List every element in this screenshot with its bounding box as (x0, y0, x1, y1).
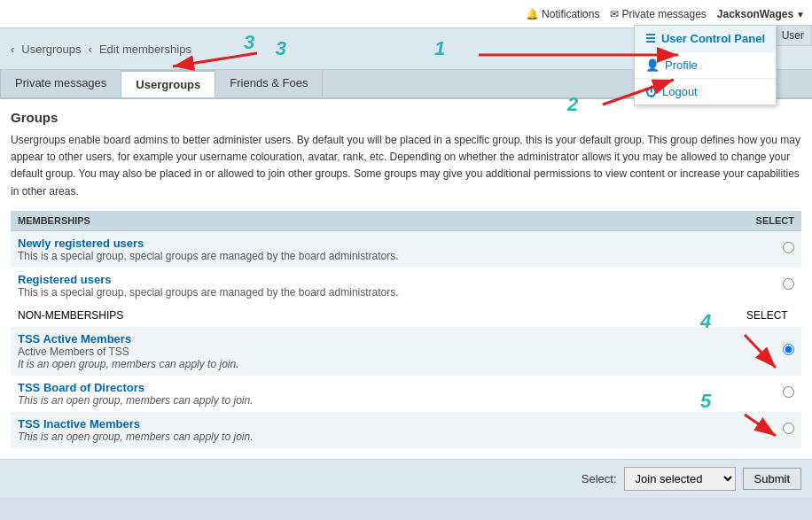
non-membership-row-3: TSS Inactive Members This is an open gro… (11, 412, 801, 448)
logout-link[interactable]: ⏻ Logout (635, 79, 776, 105)
private-messages-link[interactable]: Private messages (610, 8, 706, 20)
profile-label: Profile (665, 58, 698, 72)
memberships-col-header: MEMBERSHIPS (11, 211, 739, 231)
private-messages-label: Private messages (621, 8, 706, 20)
tab-ug-label: Usergroups (136, 78, 200, 91)
usergroups-breadcrumb-label: Usergroups (21, 43, 81, 56)
logout-label: Logout (662, 85, 698, 98)
group-name-link-1[interactable]: Newly registered users (18, 237, 144, 250)
membership-row-1: Newly registered users This is a special… (11, 230, 801, 268)
username-button[interactable]: JacksonWages (717, 8, 805, 20)
main-content: Groups Usergroups enable board admins to… (0, 99, 812, 459)
ucp-label: User Control Panel (661, 32, 765, 45)
non-memberships-col-header: NON-MEMBERSHIPS (11, 304, 739, 327)
group-desc-3b: It is an open group, members can apply t… (18, 358, 238, 370)
non-membership-radio-3 (739, 412, 801, 448)
radio-non-membership-2[interactable] (783, 386, 794, 398)
group-desc-4: This is an open group, members can apply… (18, 394, 253, 407)
tab-ff-label: Friends & Foes (230, 76, 308, 89)
mail-icon (610, 8, 619, 20)
usergroups-breadcrumb-link[interactable]: Usergroups (18, 43, 84, 56)
non-membership-row-2: TSS Board of Directors This is an open g… (11, 376, 801, 412)
non-membership-radio-2 (739, 376, 801, 412)
group-desc-3a: Active Members of TSS (18, 345, 129, 358)
membership-row-2: Registered users This is a special group… (11, 268, 801, 304)
select-col-header: SELECT (739, 211, 801, 231)
section-description: Usergroups enable board admins to better… (11, 132, 801, 200)
edit-breadcrumb-label: Edit memberships (99, 43, 191, 56)
notifications-label: Notifications (542, 8, 599, 20)
tab-pm-label: Private messages (15, 76, 106, 89)
page-wrapper: Notifications Private messages JacksonWa… (0, 0, 812, 498)
breadcrumb-separator2: ‹ (89, 43, 92, 56)
username-text: JacksonWages (717, 8, 793, 20)
group-desc-2: This is a special group, special groups … (18, 286, 399, 299)
profile-icon: 👤 (645, 58, 660, 72)
ucp-link[interactable]: ☰ User Control Panel (635, 26, 776, 52)
radio-non-membership-1[interactable] (783, 344, 794, 355)
breadcrumb-separator1: ‹ (11, 43, 14, 56)
ucp-icon: ☰ (645, 32, 656, 45)
user-tab: User (774, 25, 812, 46)
submit-button[interactable]: Submit (743, 468, 801, 490)
non-membership-row-1: TSS Active Members Active Members of TSS… (11, 327, 801, 376)
non-membership-cell-3: TSS Inactive Members This is an open gro… (11, 412, 739, 448)
radio-membership-2[interactable] (783, 278, 794, 290)
select-label: Select: (582, 472, 617, 485)
memberships-table: MEMBERSHIPS SELECT Newly registered user… (11, 211, 801, 448)
user-dropdown: ☰ User Control Panel 👤 Profile ⏻ Logout (634, 25, 777, 105)
group-desc-1: This is a special group, special groups … (18, 250, 399, 262)
notifications-link[interactable]: Notifications (526, 8, 599, 20)
caret-icon (796, 8, 805, 20)
radio-membership-1[interactable] (783, 242, 794, 253)
membership-cell-2: Registered users This is a special group… (11, 268, 739, 304)
group-name-link-3[interactable]: TSS Active Members (18, 332, 131, 345)
non-membership-cell-2: TSS Board of Directors This is an open g… (11, 376, 739, 412)
tab-private-messages[interactable]: Private messages (0, 70, 121, 97)
section-title: Groups (11, 110, 801, 125)
non-memberships-select-header: SELECT (739, 304, 801, 327)
bottom-bar: Select: Join selected Leave selected Mak… (0, 459, 812, 498)
radio-non-membership-3[interactable] (783, 423, 794, 434)
action-select[interactable]: Join selected Leave selected Make defaul… (624, 467, 736, 491)
annotation-3: 3 (276, 37, 286, 60)
tab-usergroups[interactable]: Usergroups (121, 70, 215, 97)
non-memberships-header-row: NON-MEMBERSHIPS SELECT (11, 304, 801, 327)
group-name-link-5[interactable]: TSS Inactive Members (18, 417, 140, 431)
logout-icon: ⏻ (645, 85, 657, 98)
profile-link[interactable]: 👤 Profile (635, 52, 776, 79)
membership-cell-1: Newly registered users This is a special… (11, 230, 739, 268)
user-tab-label: User (782, 29, 804, 42)
tab-friends-foes[interactable]: Friends & Foes (215, 70, 323, 97)
non-membership-radio-1 (739, 327, 801, 376)
group-desc-5: This is an open group, members can apply… (18, 431, 253, 443)
group-name-link-2[interactable]: Registered users (18, 273, 112, 286)
membership-radio-1 (739, 230, 801, 268)
membership-radio-2 (739, 268, 801, 304)
bell-icon (526, 8, 539, 20)
group-name-link-4[interactable]: TSS Board of Directors (18, 381, 144, 394)
top-bar-links: Notifications Private messages JacksonWa… (526, 8, 805, 20)
top-bar: Notifications Private messages JacksonWa… (0, 0, 812, 28)
non-membership-cell-1: TSS Active Members Active Members of TSS… (11, 327, 739, 376)
